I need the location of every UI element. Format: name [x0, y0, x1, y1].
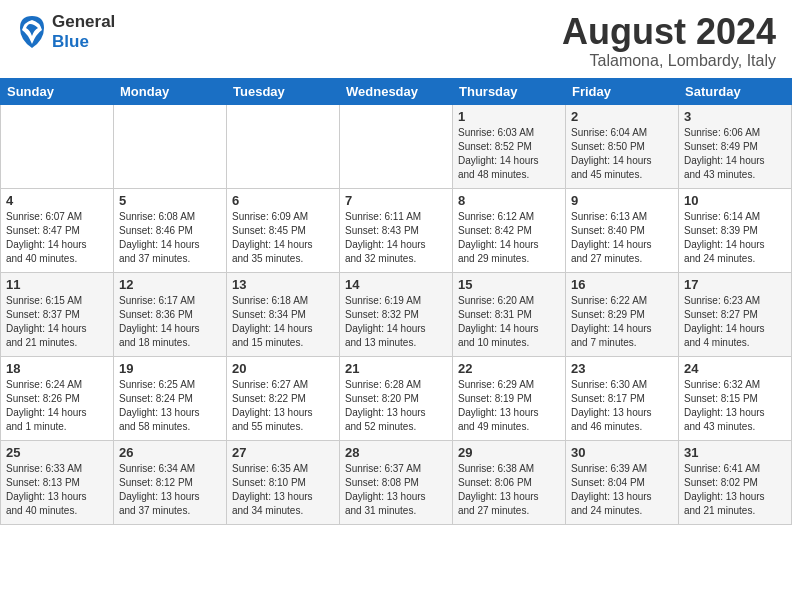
day-info: Sunrise: 6:32 AM Sunset: 8:15 PM Dayligh…: [684, 378, 786, 434]
day-number: 18: [6, 361, 108, 376]
calendar-table: Sunday Monday Tuesday Wednesday Thursday…: [0, 78, 792, 525]
day-info: Sunrise: 6:18 AM Sunset: 8:34 PM Dayligh…: [232, 294, 334, 350]
table-row: 12Sunrise: 6:17 AM Sunset: 8:36 PM Dayli…: [114, 272, 227, 356]
day-number: 3: [684, 109, 786, 124]
day-info: Sunrise: 6:14 AM Sunset: 8:39 PM Dayligh…: [684, 210, 786, 266]
day-number: 5: [119, 193, 221, 208]
day-info: Sunrise: 6:28 AM Sunset: 8:20 PM Dayligh…: [345, 378, 447, 434]
table-row: [114, 104, 227, 188]
logo-blue: Blue: [52, 32, 89, 51]
table-row: 3Sunrise: 6:06 AM Sunset: 8:49 PM Daylig…: [679, 104, 792, 188]
table-row: 28Sunrise: 6:37 AM Sunset: 8:08 PM Dayli…: [340, 440, 453, 524]
day-number: 20: [232, 361, 334, 376]
table-row: 29Sunrise: 6:38 AM Sunset: 8:06 PM Dayli…: [453, 440, 566, 524]
day-number: 27: [232, 445, 334, 460]
day-info: Sunrise: 6:30 AM Sunset: 8:17 PM Dayligh…: [571, 378, 673, 434]
day-number: 7: [345, 193, 447, 208]
day-number: 10: [684, 193, 786, 208]
day-info: Sunrise: 6:03 AM Sunset: 8:52 PM Dayligh…: [458, 126, 560, 182]
day-number: 4: [6, 193, 108, 208]
day-info: Sunrise: 6:38 AM Sunset: 8:06 PM Dayligh…: [458, 462, 560, 518]
day-number: 13: [232, 277, 334, 292]
day-info: Sunrise: 6:13 AM Sunset: 8:40 PM Dayligh…: [571, 210, 673, 266]
day-number: 16: [571, 277, 673, 292]
day-number: 25: [6, 445, 108, 460]
day-number: 19: [119, 361, 221, 376]
day-info: Sunrise: 6:37 AM Sunset: 8:08 PM Dayligh…: [345, 462, 447, 518]
table-row: 1Sunrise: 6:03 AM Sunset: 8:52 PM Daylig…: [453, 104, 566, 188]
day-info: Sunrise: 6:15 AM Sunset: 8:37 PM Dayligh…: [6, 294, 108, 350]
day-number: 15: [458, 277, 560, 292]
table-row: [340, 104, 453, 188]
calendar-week-row: 1Sunrise: 6:03 AM Sunset: 8:52 PM Daylig…: [1, 104, 792, 188]
col-wednesday: Wednesday: [340, 78, 453, 104]
logo-general: General: [52, 12, 115, 31]
day-info: Sunrise: 6:39 AM Sunset: 8:04 PM Dayligh…: [571, 462, 673, 518]
day-info: Sunrise: 6:17 AM Sunset: 8:36 PM Dayligh…: [119, 294, 221, 350]
table-row: 18Sunrise: 6:24 AM Sunset: 8:26 PM Dayli…: [1, 356, 114, 440]
col-sunday: Sunday: [1, 78, 114, 104]
day-info: Sunrise: 6:29 AM Sunset: 8:19 PM Dayligh…: [458, 378, 560, 434]
table-row: 7Sunrise: 6:11 AM Sunset: 8:43 PM Daylig…: [340, 188, 453, 272]
day-info: Sunrise: 6:19 AM Sunset: 8:32 PM Dayligh…: [345, 294, 447, 350]
day-number: 23: [571, 361, 673, 376]
table-row: 17Sunrise: 6:23 AM Sunset: 8:27 PM Dayli…: [679, 272, 792, 356]
day-number: 11: [6, 277, 108, 292]
col-thursday: Thursday: [453, 78, 566, 104]
table-row: 16Sunrise: 6:22 AM Sunset: 8:29 PM Dayli…: [566, 272, 679, 356]
table-row: 15Sunrise: 6:20 AM Sunset: 8:31 PM Dayli…: [453, 272, 566, 356]
day-number: 21: [345, 361, 447, 376]
table-row: 14Sunrise: 6:19 AM Sunset: 8:32 PM Dayli…: [340, 272, 453, 356]
col-saturday: Saturday: [679, 78, 792, 104]
day-info: Sunrise: 6:27 AM Sunset: 8:22 PM Dayligh…: [232, 378, 334, 434]
col-tuesday: Tuesday: [227, 78, 340, 104]
table-row: 11Sunrise: 6:15 AM Sunset: 8:37 PM Dayli…: [1, 272, 114, 356]
day-number: 28: [345, 445, 447, 460]
table-row: 2Sunrise: 6:04 AM Sunset: 8:50 PM Daylig…: [566, 104, 679, 188]
table-row: 22Sunrise: 6:29 AM Sunset: 8:19 PM Dayli…: [453, 356, 566, 440]
col-friday: Friday: [566, 78, 679, 104]
day-number: 31: [684, 445, 786, 460]
table-row: 10Sunrise: 6:14 AM Sunset: 8:39 PM Dayli…: [679, 188, 792, 272]
day-info: Sunrise: 6:22 AM Sunset: 8:29 PM Dayligh…: [571, 294, 673, 350]
day-info: Sunrise: 6:25 AM Sunset: 8:24 PM Dayligh…: [119, 378, 221, 434]
table-row: 13Sunrise: 6:18 AM Sunset: 8:34 PM Dayli…: [227, 272, 340, 356]
day-number: 26: [119, 445, 221, 460]
logo-text: General Blue: [52, 12, 115, 52]
table-row: 8Sunrise: 6:12 AM Sunset: 8:42 PM Daylig…: [453, 188, 566, 272]
table-row: 23Sunrise: 6:30 AM Sunset: 8:17 PM Dayli…: [566, 356, 679, 440]
table-row: 26Sunrise: 6:34 AM Sunset: 8:12 PM Dayli…: [114, 440, 227, 524]
table-row: 31Sunrise: 6:41 AM Sunset: 8:02 PM Dayli…: [679, 440, 792, 524]
table-row: [1, 104, 114, 188]
day-info: Sunrise: 6:08 AM Sunset: 8:46 PM Dayligh…: [119, 210, 221, 266]
day-number: 12: [119, 277, 221, 292]
logo: General Blue: [16, 12, 115, 52]
page-header: General Blue August 2024 Talamona, Lomba…: [0, 0, 792, 78]
day-info: Sunrise: 6:24 AM Sunset: 8:26 PM Dayligh…: [6, 378, 108, 434]
day-info: Sunrise: 6:23 AM Sunset: 8:27 PM Dayligh…: [684, 294, 786, 350]
day-number: 1: [458, 109, 560, 124]
table-row: 5Sunrise: 6:08 AM Sunset: 8:46 PM Daylig…: [114, 188, 227, 272]
day-info: Sunrise: 6:20 AM Sunset: 8:31 PM Dayligh…: [458, 294, 560, 350]
calendar-week-row: 4Sunrise: 6:07 AM Sunset: 8:47 PM Daylig…: [1, 188, 792, 272]
calendar-week-row: 11Sunrise: 6:15 AM Sunset: 8:37 PM Dayli…: [1, 272, 792, 356]
table-row: 30Sunrise: 6:39 AM Sunset: 8:04 PM Dayli…: [566, 440, 679, 524]
day-number: 2: [571, 109, 673, 124]
day-info: Sunrise: 6:09 AM Sunset: 8:45 PM Dayligh…: [232, 210, 334, 266]
table-row: 9Sunrise: 6:13 AM Sunset: 8:40 PM Daylig…: [566, 188, 679, 272]
calendar-header-row: Sunday Monday Tuesday Wednesday Thursday…: [1, 78, 792, 104]
table-row: 24Sunrise: 6:32 AM Sunset: 8:15 PM Dayli…: [679, 356, 792, 440]
title-block: August 2024 Talamona, Lombardy, Italy: [562, 12, 776, 70]
calendar-location: Talamona, Lombardy, Italy: [562, 52, 776, 70]
day-info: Sunrise: 6:12 AM Sunset: 8:42 PM Dayligh…: [458, 210, 560, 266]
logo-icon: [16, 14, 48, 50]
day-info: Sunrise: 6:34 AM Sunset: 8:12 PM Dayligh…: [119, 462, 221, 518]
day-info: Sunrise: 6:06 AM Sunset: 8:49 PM Dayligh…: [684, 126, 786, 182]
day-info: Sunrise: 6:33 AM Sunset: 8:13 PM Dayligh…: [6, 462, 108, 518]
table-row: 21Sunrise: 6:28 AM Sunset: 8:20 PM Dayli…: [340, 356, 453, 440]
table-row: 25Sunrise: 6:33 AM Sunset: 8:13 PM Dayli…: [1, 440, 114, 524]
day-number: 9: [571, 193, 673, 208]
day-number: 14: [345, 277, 447, 292]
col-monday: Monday: [114, 78, 227, 104]
table-row: 6Sunrise: 6:09 AM Sunset: 8:45 PM Daylig…: [227, 188, 340, 272]
